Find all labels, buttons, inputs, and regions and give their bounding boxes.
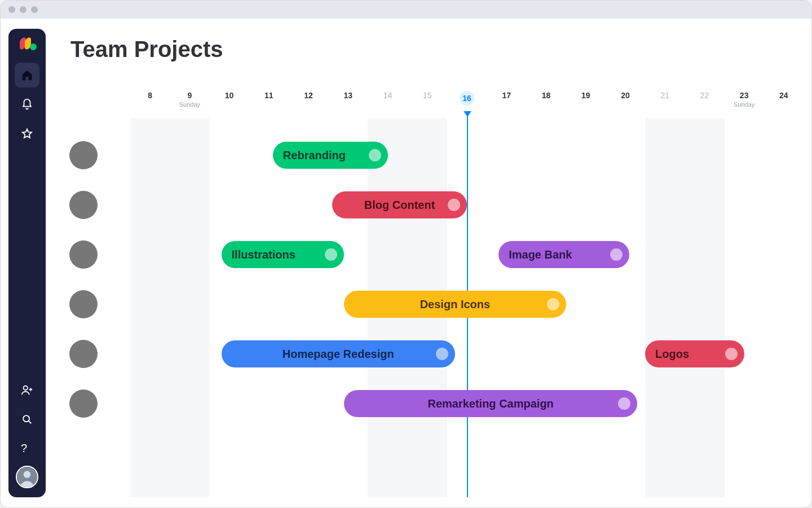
- window-close-dot[interactable]: [8, 6, 15, 13]
- task-label: Remarketing Campaign: [427, 397, 553, 410]
- task-handle[interactable]: [610, 248, 623, 261]
- day-number: 10: [209, 91, 249, 100]
- day-header-21[interactable]: 21: [645, 91, 685, 117]
- svg-point-3: [24, 471, 31, 478]
- nav-notifications[interactable]: [15, 92, 39, 117]
- person-avatar: [69, 389, 98, 418]
- task-bar[interactable]: Image Bank: [498, 241, 629, 268]
- nav-favorites[interactable]: [15, 121, 39, 146]
- person-avatar: [69, 240, 98, 269]
- day-number: 24: [764, 91, 804, 100]
- timeline-row: Blog Content: [57, 180, 804, 230]
- day-header-10[interactable]: 10: [209, 91, 249, 117]
- task-bar[interactable]: Design Icons: [344, 291, 566, 318]
- task-handle[interactable]: [369, 149, 381, 161]
- task-bar[interactable]: Illustrations: [222, 241, 345, 268]
- svg-point-0: [24, 386, 28, 390]
- timeline-row: IllustrationsImage Bank: [57, 230, 804, 279]
- day-header-17[interactable]: 17: [487, 91, 526, 117]
- task-label: Blog Content: [364, 199, 435, 212]
- task-handle[interactable]: [725, 348, 738, 360]
- app-window: ? Team Projects 89Sunday1011121314151617…: [0, 0, 812, 508]
- day-header-8[interactable]: 8: [130, 91, 170, 117]
- help-icon: ?: [21, 443, 33, 455]
- task-handle[interactable]: [325, 248, 337, 261]
- day-header-23[interactable]: 23Sunday: [725, 91, 764, 117]
- window-min-dot[interactable]: [20, 6, 27, 13]
- window-titlebar: [1, 1, 811, 19]
- day-number: 17: [487, 91, 526, 100]
- page-title: Team Projects: [70, 37, 804, 62]
- day-number: 20: [606, 91, 645, 100]
- star-icon: [21, 128, 33, 140]
- task-bar[interactable]: Blog Content: [332, 191, 467, 218]
- sidebar: ?: [8, 29, 46, 497]
- timeline-header: 89Sunday1011121314151617181920212223Sund…: [57, 91, 804, 118]
- bell-icon: [21, 98, 33, 111]
- timeline-row: Rebranding: [57, 130, 804, 180]
- day-header-11[interactable]: 11: [249, 91, 289, 117]
- day-header-24[interactable]: 24: [764, 91, 804, 117]
- task-handle[interactable]: [448, 199, 460, 211]
- timeline-row: Design Icons: [57, 279, 804, 329]
- nav-help[interactable]: ?: [15, 436, 39, 461]
- timeline-rows: RebrandingBlog ContentIllustrationsImage…: [57, 130, 804, 497]
- task-label: Rebranding: [283, 149, 346, 162]
- search-icon: [21, 413, 33, 426]
- user-avatar-icon: [17, 467, 37, 487]
- day-number: 13: [328, 91, 368, 100]
- task-label: Image Bank: [509, 248, 572, 261]
- day-number: 11: [249, 91, 289, 100]
- app-logo-icon: [20, 38, 34, 52]
- day-header-20[interactable]: 20: [606, 91, 645, 117]
- person-avatar: [69, 290, 98, 318]
- day-number: 14: [368, 91, 407, 100]
- day-header-15[interactable]: 15: [408, 91, 447, 117]
- day-number: 18: [526, 91, 566, 100]
- day-number: 16: [460, 91, 474, 106]
- row-person[interactable]: [57, 141, 130, 169]
- day-number: 8: [130, 91, 170, 100]
- row-person[interactable]: [57, 340, 130, 368]
- row-person[interactable]: [57, 240, 130, 269]
- task-label: Design Icons: [420, 298, 490, 311]
- task-bar[interactable]: Remarketing Campaign: [344, 390, 637, 417]
- task-handle[interactable]: [436, 348, 448, 360]
- row-person[interactable]: [57, 389, 130, 418]
- day-header-18[interactable]: 18: [526, 91, 566, 117]
- task-handle[interactable]: [618, 397, 630, 410]
- day-number: 19: [566, 91, 606, 100]
- current-user-avatar[interactable]: [16, 466, 38, 488]
- day-number: 23: [725, 91, 764, 100]
- row-person[interactable]: [57, 191, 130, 219]
- day-number: 15: [408, 91, 447, 100]
- task-label: Homepage Redesign: [283, 348, 394, 361]
- day-header-13[interactable]: 13: [328, 91, 368, 117]
- task-bar[interactable]: Logos: [645, 340, 744, 367]
- nav-home[interactable]: [15, 63, 39, 87]
- window-max-dot[interactable]: [31, 6, 38, 13]
- svg-point-1: [23, 415, 29, 422]
- day-header-9[interactable]: 9Sunday: [170, 91, 209, 117]
- row-person[interactable]: [57, 290, 130, 318]
- task-label: Illustrations: [232, 248, 295, 261]
- day-header-14[interactable]: 14: [368, 91, 407, 117]
- nav-search[interactable]: [15, 407, 39, 432]
- person-avatar: [69, 340, 98, 368]
- nav-invite[interactable]: [15, 378, 39, 402]
- day-number: 21: [645, 91, 685, 100]
- timeline: 89Sunday1011121314151617181920212223Sund…: [57, 91, 804, 497]
- day-header-19[interactable]: 19: [566, 91, 606, 117]
- task-bar[interactable]: Rebranding: [273, 142, 388, 169]
- add-user-icon: [21, 384, 33, 396]
- day-subtitle: Sunday: [725, 101, 764, 108]
- day-header-12[interactable]: 12: [289, 91, 328, 117]
- timeline-row: Remarketing Campaign: [57, 379, 804, 428]
- person-avatar: [69, 191, 98, 219]
- task-bar[interactable]: Homepage Redesign: [222, 340, 455, 367]
- day-number: 12: [289, 91, 328, 100]
- home-icon: [21, 69, 33, 81]
- day-header-22[interactable]: 22: [685, 91, 724, 117]
- task-handle[interactable]: [547, 298, 559, 310]
- person-avatar: [69, 141, 98, 169]
